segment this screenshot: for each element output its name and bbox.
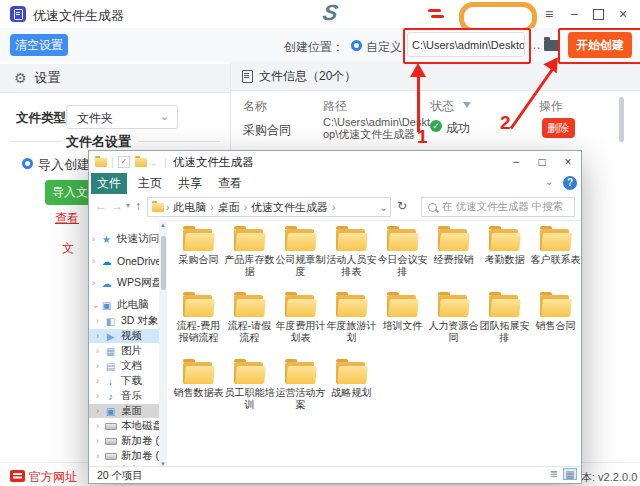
back-icon[interactable]: ←: [95, 199, 107, 213]
clear-settings-button[interactable]: 清空设置: [10, 34, 68, 56]
sidebar-item-music[interactable]: ›♪音乐: [89, 389, 167, 403]
up-icon[interactable]: ↑: [135, 199, 141, 213]
crumb-desktop[interactable]: 桌面: [218, 200, 240, 215]
folder-icon: [233, 226, 266, 252]
folder-icon: [284, 226, 317, 252]
tab-file[interactable]: 文件: [91, 173, 127, 194]
search-icon: [428, 203, 437, 212]
sidebar-item-pictures[interactable]: ›▦图片: [89, 344, 167, 358]
minimize-icon[interactable]: −: [565, 6, 583, 22]
tab-home[interactable]: 主页: [133, 173, 167, 194]
folder-item[interactable]: 经费报销: [428, 226, 479, 278]
folder-item[interactable]: 流程-费用报销流程: [173, 292, 224, 344]
details-view-icon[interactable]: ≣: [547, 468, 561, 480]
folder-icon: [488, 226, 521, 252]
thumbnail-view-icon[interactable]: ▦: [563, 468, 577, 480]
folder-item[interactable]: 活动人员安排表: [326, 226, 377, 278]
chevron-down-icon[interactable]: ⌄: [149, 156, 158, 169]
folder-item[interactable]: 培训文件: [377, 292, 428, 344]
divider: [138, 141, 220, 142]
folder-item[interactable]: 战略规划: [326, 359, 377, 411]
folder-item[interactable]: 今日会议安排: [377, 226, 428, 278]
official-website-link[interactable]: 官方网址: [29, 469, 77, 486]
folder-item[interactable]: 年度旅游计划: [326, 292, 377, 344]
folder-item[interactable]: 团队拓展安排: [479, 292, 530, 344]
star-icon: ★: [100, 234, 113, 245]
explorer-minimize-icon[interactable]: −: [503, 155, 529, 169]
crumb-this-pc[interactable]: 此电脑: [173, 200, 206, 215]
sidebar-item-quick-access[interactable]: ›★快速访问: [89, 232, 167, 246]
divider: [10, 141, 62, 142]
partial-red-text: 文: [62, 240, 74, 257]
folder-item[interactable]: 考勤数据: [479, 226, 530, 278]
sidebar-item-wps[interactable]: ›☁WPS网盘: [89, 276, 167, 290]
row-name: 采购合同: [243, 122, 291, 139]
menu-icon[interactable]: ≡: [540, 6, 558, 22]
folder-item[interactable]: 销售数据表: [173, 359, 224, 411]
maximize-icon[interactable]: [593, 9, 604, 20]
folder-item[interactable]: 销售合同: [530, 292, 581, 344]
address-bar: ← → ▾ ↑ › 此电脑 › 桌面 › 优速文件生成器 › ⌄ ↻ 在 优速文…: [89, 194, 581, 221]
delete-button[interactable]: 删除: [542, 118, 575, 138]
browse-folder-icon[interactable]: [544, 40, 559, 51]
folder-item[interactable]: 人力资源合同: [428, 292, 479, 344]
sidebar-item-desktop[interactable]: ›▣桌面: [89, 404, 167, 418]
refresh-icon[interactable]: ↻: [397, 199, 407, 213]
folder-item[interactable]: 公司规章制度: [275, 226, 326, 278]
sidebar-scrollbar[interactable]: ▲ ▼: [159, 220, 167, 469]
filter-icon[interactable]: [463, 102, 471, 108]
annotation-box-path: [403, 28, 531, 64]
sidebar-item-videos[interactable]: ›▶视频: [89, 329, 167, 343]
explorer-maximize-icon[interactable]: □: [529, 155, 555, 169]
col-path: 路径: [323, 98, 347, 115]
folder-item[interactable]: 运营活动方案: [275, 359, 326, 411]
address-dropdown-icon[interactable]: ⌄: [380, 202, 388, 213]
folder-item[interactable]: 产品库存数据: [224, 226, 275, 278]
sidebar-item-onedrive[interactable]: ›☁OneDrive: [89, 254, 167, 268]
sidebar-item-downloads[interactable]: ›↓下载: [89, 374, 167, 388]
history-chevron-icon[interactable]: ▾: [126, 201, 130, 210]
folder-item[interactable]: 年度费用计划表: [275, 292, 326, 344]
custom-location-radio[interactable]: [351, 40, 362, 51]
import-create-radio[interactable]: [22, 158, 33, 169]
annotation-arrow-1-head: [410, 63, 426, 77]
folder-item[interactable]: 客户联系表: [530, 226, 581, 278]
tab-share[interactable]: 共享: [173, 173, 207, 194]
sidebar-item-3d[interactable]: ›◧3D 对象: [89, 314, 167, 328]
folder-icon: [284, 292, 317, 318]
forward-icon[interactable]: →: [111, 199, 123, 213]
view-sample-link[interactable]: 查看: [55, 210, 79, 227]
folder-icon: [152, 203, 164, 212]
sidebar-item-documents[interactable]: ›▤文档: [89, 359, 167, 373]
folder-item[interactable]: 员工职能培训: [224, 359, 275, 411]
sidebar-item-disk-f[interactable]: ›新加卷 (F:): [89, 449, 167, 463]
row-status: 成功: [446, 120, 470, 137]
folder-item[interactable]: 采购合同: [173, 226, 224, 278]
explorer-content: ›★快速访问 ›☁OneDrive ›☁WPS网盘 ⌄▣此电脑 ›◧3D 对象 …: [89, 220, 581, 469]
help-icon[interactable]: ?: [563, 176, 577, 190]
folder-icon: [386, 292, 419, 318]
folder-icon: [95, 158, 107, 167]
crumb-current[interactable]: 优速文件生成器: [251, 200, 328, 215]
ribbon-collapse-icon[interactable]: ⌄: [545, 176, 553, 187]
folder-item[interactable]: 流程-请假流程: [224, 292, 275, 344]
app-title: 优速文件生成器: [33, 7, 124, 25]
file-type-select[interactable]: 文件夹 ⌄: [66, 105, 178, 129]
folder-icon[interactable]: [135, 158, 147, 167]
panel-scrollbar[interactable]: [619, 97, 624, 142]
folder-icon: [284, 359, 317, 385]
breadcrumb[interactable]: › 此电脑 › 桌面 › 优速文件生成器 › ⌄: [147, 197, 391, 217]
nav-sidebar: ›★快速访问 ›☁OneDrive ›☁WPS网盘 ⌄▣此电脑 ›◧3D 对象 …: [89, 220, 167, 469]
video-icon: ▶: [104, 331, 117, 342]
close-icon[interactable]: ×: [614, 6, 632, 22]
cloud-icon: ☁: [100, 278, 113, 289]
explorer-close-icon[interactable]: ×: [555, 155, 581, 169]
checkbox-icon[interactable]: ✓: [118, 156, 130, 168]
sidebar-item-disk-e[interactable]: ›新加卷 (E:): [89, 434, 167, 448]
cloud-icon: ☁: [100, 256, 113, 267]
sidebar-item-this-pc[interactable]: ⌄▣此电脑: [89, 298, 167, 312]
annotation-dash: [428, 9, 441, 12]
search-input[interactable]: 在 优速文件生成器 中搜索: [421, 197, 575, 217]
sidebar-item-disk-c[interactable]: ›本地磁盘 (C:): [89, 419, 167, 433]
tab-view[interactable]: 查看: [213, 173, 247, 194]
